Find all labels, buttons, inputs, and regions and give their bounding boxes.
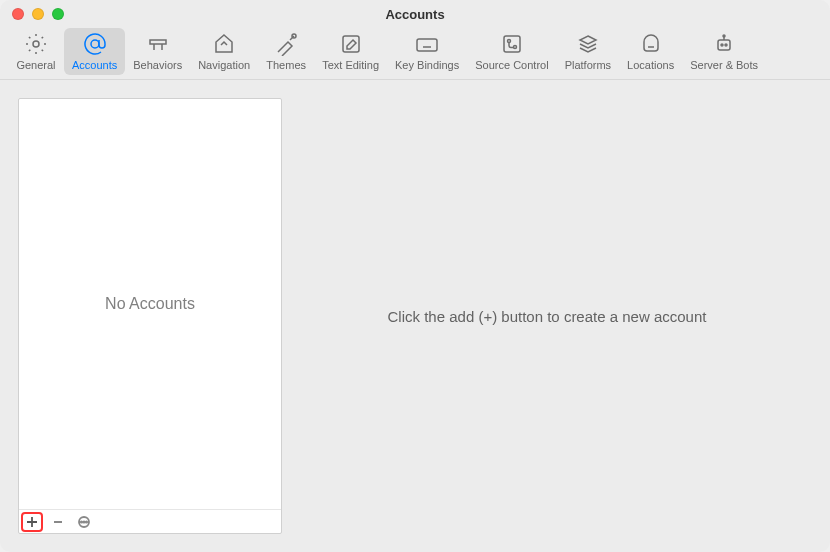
tab-label: Themes — [266, 59, 306, 71]
remove-account-button[interactable] — [47, 512, 69, 532]
tab-label: Navigation — [198, 59, 250, 71]
svg-point-26 — [81, 521, 82, 522]
svg-point-1 — [91, 40, 99, 48]
source-control-icon — [498, 30, 526, 58]
tab-label: Text Editing — [322, 59, 379, 71]
tab-key-bindings[interactable]: Key Bindings — [387, 28, 467, 75]
close-button[interactable] — [12, 8, 24, 20]
svg-point-0 — [33, 41, 39, 47]
sidebar-footer — [19, 509, 281, 533]
svg-point-18 — [721, 44, 723, 46]
tab-label: Source Control — [475, 59, 548, 71]
svg-point-27 — [83, 521, 84, 522]
tab-label: Key Bindings — [395, 59, 459, 71]
accounts-list: No Accounts — [19, 99, 281, 509]
at-icon — [81, 30, 109, 58]
tab-label: Platforms — [565, 59, 611, 71]
platforms-icon — [574, 30, 602, 58]
minimize-button[interactable] — [32, 8, 44, 20]
toolbar: General Accounts Behaviors Navigation Th — [0, 28, 830, 80]
svg-rect-6 — [343, 36, 359, 52]
svg-point-19 — [725, 44, 727, 46]
tab-navigation[interactable]: Navigation — [190, 28, 258, 75]
main-panel: Click the add (+) button to create a new… — [282, 98, 812, 534]
window-title: Accounts — [0, 7, 830, 22]
tab-label: General — [16, 59, 55, 71]
svg-point-15 — [513, 46, 516, 49]
svg-rect-17 — [718, 40, 730, 50]
preferences-window: Accounts General Accounts Behaviors Na — [0, 0, 830, 552]
behaviors-icon — [144, 30, 172, 58]
content-area: No Accounts Click the add (+) button to … — [0, 80, 830, 552]
tab-locations[interactable]: Locations — [619, 28, 682, 75]
tab-behaviors[interactable]: Behaviors — [125, 28, 190, 75]
empty-state-message: No Accounts — [105, 295, 195, 313]
traffic-lights — [12, 8, 64, 20]
tab-label: Locations — [627, 59, 674, 71]
tab-server-bots[interactable]: Server & Bots — [682, 28, 766, 75]
tab-label: Server & Bots — [690, 59, 758, 71]
add-account-button[interactable] — [21, 512, 43, 532]
tab-general[interactable]: General — [8, 28, 64, 75]
accounts-sidebar: No Accounts — [18, 98, 282, 534]
svg-point-28 — [86, 521, 87, 522]
tab-accounts[interactable]: Accounts — [64, 28, 125, 75]
zoom-button[interactable] — [52, 8, 64, 20]
keyboard-icon — [413, 30, 441, 58]
locations-icon — [637, 30, 665, 58]
tab-text-editing[interactable]: Text Editing — [314, 28, 387, 75]
themes-icon — [272, 30, 300, 58]
text-editing-icon — [337, 30, 365, 58]
svg-rect-13 — [504, 36, 520, 52]
svg-rect-7 — [417, 39, 437, 51]
svg-rect-2 — [150, 40, 166, 44]
account-actions-button[interactable] — [73, 512, 95, 532]
tab-platforms[interactable]: Platforms — [557, 28, 619, 75]
navigation-icon — [210, 30, 238, 58]
tab-themes[interactable]: Themes — [258, 28, 314, 75]
tab-label: Behaviors — [133, 59, 182, 71]
main-instruction: Click the add (+) button to create a new… — [388, 308, 707, 325]
gear-icon — [22, 30, 50, 58]
svg-point-14 — [507, 40, 510, 43]
server-bots-icon — [710, 30, 738, 58]
tab-label: Accounts — [72, 59, 117, 71]
tab-source-control[interactable]: Source Control — [467, 28, 556, 75]
titlebar: Accounts — [0, 0, 830, 28]
